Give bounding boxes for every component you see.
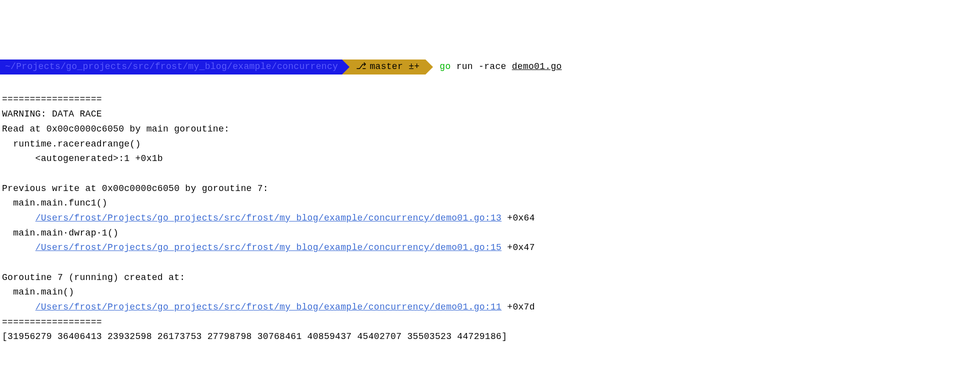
current-path: ~/Projects/go_projects/src/frost/my_blog… <box>5 60 338 74</box>
result-array: [31956279 36406413 23932598 26173753 277… <box>2 332 507 342</box>
separator-line: ================== <box>2 94 102 104</box>
source-link[interactable]: /Users/frost/Projects/go_projects/src/fr… <box>36 242 502 252</box>
command-filename: demo01.go <box>512 60 562 74</box>
terminal-output: ================== WARNING: DATA RACE Re… <box>0 91 980 344</box>
read-source-loc: <autogenerated>:1 +0x1b <box>2 154 163 164</box>
separator-line: ================== <box>2 317 102 327</box>
path-segment: ~/Projects/go_projects/src/frost/my_blog… <box>0 60 342 74</box>
git-branch-icon: ⎇ <box>356 60 366 74</box>
prev-write-header: Previous write at 0x00c0000c6050 by goro… <box>2 184 268 194</box>
command-input[interactable]: go run -race demo01.go <box>426 60 562 74</box>
offset-value: +0x7d <box>502 302 535 312</box>
source-link[interactable]: /Users/frost/Projects/go_projects/src/fr… <box>36 302 502 312</box>
offset-value: +0x64 <box>502 213 535 223</box>
branch-segment: ⎇master ±+ <box>342 60 426 74</box>
offset-value: +0x47 <box>502 242 535 252</box>
prev-write-fn2: main.main·dwrap·1() <box>2 228 118 238</box>
branch-name: master ±+ <box>370 60 420 74</box>
command-args: run -race <box>451 60 512 74</box>
command-executable: go <box>440 60 450 74</box>
read-location: Read at 0x00c0000c6050 by main goroutine… <box>2 124 230 134</box>
read-function: runtime.racereadrange() <box>2 139 141 149</box>
source-link[interactable]: /Users/frost/Projects/go_projects/src/fr… <box>36 213 502 223</box>
prompt-line: ~/Projects/go_projects/src/frost/my_blog… <box>0 60 980 74</box>
warning-header: WARNING: DATA RACE <box>2 109 102 119</box>
goroutine-fn: main.main() <box>2 287 74 297</box>
prev-write-fn1: main.main.func1() <box>2 198 108 208</box>
goroutine-header: Goroutine 7 (running) created at: <box>2 272 185 282</box>
